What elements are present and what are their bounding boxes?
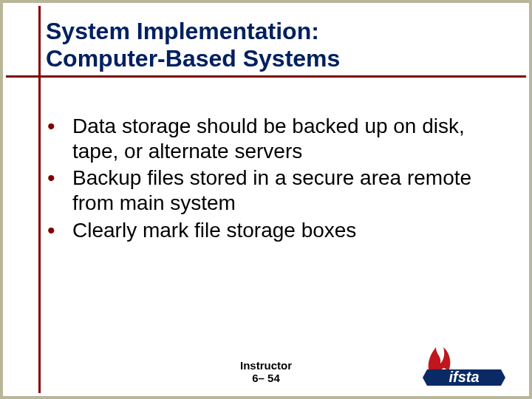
title-block: System Implementation: Computer-Based Sy… bbox=[46, 18, 340, 72]
ifsta-logo: ifsta bbox=[418, 343, 507, 386]
body: • Data storage should be backed up on di… bbox=[47, 114, 499, 245]
bullet-icon: • bbox=[47, 219, 72, 242]
logo-wordmark: ifsta bbox=[449, 369, 479, 385]
slide: System Implementation: Computer-Based Sy… bbox=[0, 0, 532, 399]
vertical-rule bbox=[38, 6, 41, 393]
bullet-item: • Clearly mark file storage boxes bbox=[47, 218, 499, 243]
bullet-text: Backup files stored in a secure area rem… bbox=[72, 166, 499, 216]
bullet-item: • Backup files stored in a secure area r… bbox=[47, 166, 499, 216]
bullet-text: Data storage should be backed up on disk… bbox=[72, 114, 499, 164]
bullet-icon: • bbox=[47, 167, 72, 189]
bullet-item: • Data storage should be backed up on di… bbox=[47, 114, 499, 164]
bullet-icon: • bbox=[47, 115, 72, 137]
bullet-text: Clearly mark file storage boxes bbox=[72, 218, 356, 243]
horizontal-rule bbox=[6, 75, 526, 78]
slide-title: System Implementation: Computer-Based Sy… bbox=[46, 18, 340, 72]
